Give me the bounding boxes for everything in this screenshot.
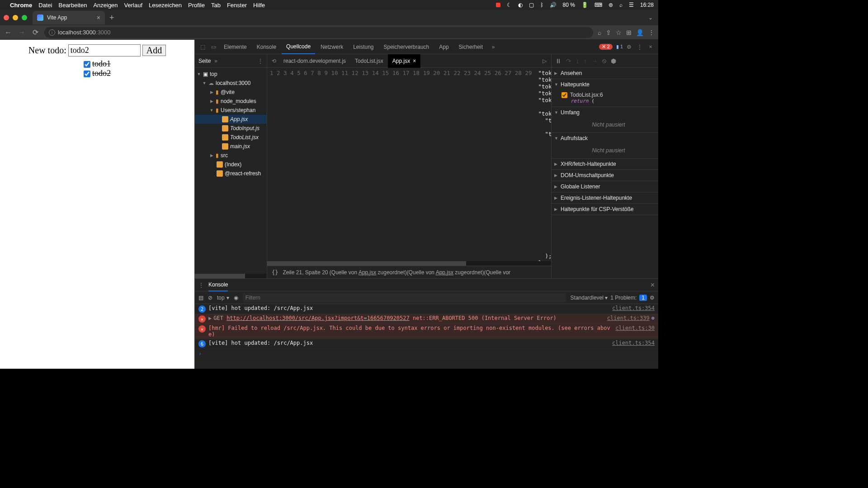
reload-button[interactable]: ⟳ — [31, 28, 40, 37]
log-source[interactable]: client.ts:30 — [615, 325, 655, 331]
navigator-menu-icon[interactable]: ⋮ — [258, 58, 263, 64]
menu-bearbeiten[interactable]: Bearbeiten — [58, 2, 87, 9]
pause-exceptions-icon[interactable]: ⬢ — [611, 57, 616, 65]
log-level[interactable]: Standardlevel ▾ — [571, 295, 608, 301]
editor-tab-active[interactable]: App.jsx× — [388, 54, 420, 68]
maximize-window-button[interactable] — [22, 15, 27, 20]
wifi-icon[interactable]: ⊚ — [609, 2, 613, 8]
step-into-icon[interactable]: ↓ — [576, 57, 579, 65]
menu-tab[interactable]: Tab — [211, 2, 221, 9]
deactivate-breakpoints-icon[interactable]: ⦸ — [602, 57, 606, 65]
settings-icon[interactable]: ⚙ — [624, 42, 634, 52]
pretty-print-icon[interactable]: {} — [272, 269, 278, 276]
section-global[interactable]: ▶Globale Listener — [552, 181, 658, 192]
navigator-more-icon[interactable]: » — [214, 58, 217, 64]
back-button[interactable]: ← — [4, 28, 13, 37]
history-icon[interactable]: ⟲ — [269, 58, 279, 64]
more-tabs-icon[interactable]: » — [488, 42, 498, 52]
section-callstack[interactable]: ▼Aufrufstack — [552, 133, 658, 144]
console-sidebar-icon[interactable]: ▤ — [198, 295, 203, 301]
menu-verlauf[interactable]: Verlauf — [124, 2, 142, 9]
share-icon[interactable]: ⇪ — [606, 29, 611, 36]
tab-leistung[interactable]: Leistung — [349, 40, 378, 54]
keyboard-icon[interactable]: ⌨ — [594, 2, 602, 8]
console-filter-input[interactable] — [243, 293, 566, 302]
clear-console-icon[interactable]: ⊘ — [208, 295, 212, 301]
close-tab-icon[interactable]: × — [97, 14, 100, 21]
console-context[interactable]: top▾ — [217, 295, 229, 301]
new-todo-input[interactable] — [68, 44, 141, 56]
browser-tab[interactable]: Vite App × — [33, 11, 105, 24]
forward-button[interactable]: → — [17, 28, 26, 37]
log-source[interactable]: client.ts:354 — [612, 340, 655, 346]
section-xhr[interactable]: ▶XHR/fetch-Haltepunkte — [552, 159, 658, 169]
section-breakpoints[interactable]: ▼Haltepunkte — [552, 79, 658, 90]
menu-anzeigen[interactable]: Anzeigen — [93, 2, 118, 9]
close-window-button[interactable] — [4, 15, 9, 20]
menubar-app[interactable]: Chrome — [10, 2, 32, 9]
new-tab-button[interactable]: + — [109, 13, 114, 23]
recording-icon[interactable] — [496, 3, 500, 7]
console-settings-icon[interactable]: ⚙ — [650, 295, 655, 301]
breakpoint-checkbox[interactable] — [561, 92, 567, 98]
step-out-icon[interactable]: ↑ — [584, 57, 587, 65]
editor-tab[interactable]: TodoList.jsx — [350, 54, 388, 68]
tab-konsole[interactable]: Konsole — [252, 40, 281, 54]
breakpoint-location[interactable]: TodoList.jsx:6 — [570, 92, 603, 98]
code-area[interactable]: 1 2 3 4 5 6 7 8 9 10 11 12 13 14 15 16 1… — [267, 68, 551, 261]
navigator-tab-seite[interactable]: Seite — [198, 58, 211, 64]
bluetooth-icon[interactable]: ᛒ — [540, 2, 543, 8]
tab-app[interactable]: App — [434, 40, 453, 54]
close-devtools-icon[interactable]: × — [646, 42, 656, 52]
drawer-tab-konsole[interactable]: Konsole — [208, 279, 228, 291]
control-center-icon[interactable]: ☰ — [629, 2, 634, 8]
run-snippet-icon[interactable]: ▷ — [539, 58, 549, 64]
step-over-icon[interactable]: ↷ — [566, 57, 571, 65]
tab-sicherheit[interactable]: Sicherheit — [454, 40, 487, 54]
console-log[interactable]: 2 [vite] hot updated: /src/App.jsx clien… — [195, 304, 658, 369]
tab-netzwerk[interactable]: Netzwerk — [316, 40, 348, 54]
profile-icon[interactable]: 👤 — [636, 29, 644, 36]
editor-tab[interactable]: react-dom.development.js — [279, 54, 350, 68]
close-tab-icon[interactable]: × — [413, 58, 416, 64]
dnd-icon[interactable]: ☾ — [507, 2, 512, 8]
tab-speicherverbrauch[interactable]: Speicherverbrauch — [379, 40, 434, 54]
inspect-element-icon[interactable]: ⬚ — [198, 42, 208, 52]
cloud-icon[interactable]: ◐ — [518, 2, 523, 8]
file-tree[interactable]: ▼▣top ▼☁localhost:3000 ▶▮@vite ▶▮node_mo… — [195, 68, 267, 274]
menu-profile[interactable]: Profile — [188, 2, 205, 9]
tab-quellcode[interactable]: Quellcode — [282, 40, 315, 54]
section-csp[interactable]: ▶Haltepunkte für CSP-Verstöße — [552, 204, 658, 215]
battery-icon[interactable]: 🔋 — [581, 2, 588, 8]
search-icon[interactable]: ⌕ — [598, 29, 601, 36]
section-event[interactable]: ▶Ereignis-Listener-Haltepunkte — [552, 192, 658, 203]
bookmark-icon[interactable]: ☆ — [616, 29, 622, 36]
close-drawer-icon[interactable]: × — [651, 281, 655, 289]
search-icon[interactable]: ⌕ — [619, 2, 623, 8]
console-prompt[interactable]: › — [195, 349, 658, 359]
url-field[interactable]: i localhost:3000:3000 — [44, 27, 593, 38]
volume-icon[interactable]: 🔊 — [550, 2, 557, 8]
devtools-menu-icon[interactable]: ⋮ — [635, 42, 645, 52]
navigator-scrollbar[interactable] — [195, 274, 267, 278]
step-icon[interactable]: → — [591, 57, 598, 65]
chrome-menu-icon[interactable]: ⋮ — [648, 29, 655, 36]
display-icon[interactable]: ▢ — [529, 2, 534, 8]
stack-icon[interactable]: ⊚ — [651, 315, 655, 321]
section-dom[interactable]: ▶DOM-Umschaltpunkte — [552, 170, 658, 181]
minimize-window-button[interactable] — [13, 15, 18, 20]
editor-scrollbar[interactable] — [267, 261, 551, 266]
tab-overflow-icon[interactable]: ⌄ — [648, 14, 653, 21]
todo-checkbox[interactable] — [84, 61, 90, 68]
add-button[interactable]: Add — [142, 45, 166, 56]
clock[interactable]: 16:28 — [640, 2, 654, 8]
menu-fenster[interactable]: Fenster — [227, 2, 247, 9]
todo-checkbox[interactable] — [84, 70, 90, 77]
menu-hilfe[interactable]: Hilfe — [253, 2, 265, 9]
log-source[interactable]: client.ts:339 — [607, 315, 650, 321]
issues-badge[interactable]: ▮ 1 — [616, 44, 623, 50]
pause-icon[interactable]: ⏸ — [555, 57, 561, 65]
log-source[interactable]: client.ts:354 — [612, 305, 655, 311]
menu-datei[interactable]: Datei — [38, 2, 52, 9]
extensions-icon[interactable]: ⊞ — [626, 29, 632, 36]
